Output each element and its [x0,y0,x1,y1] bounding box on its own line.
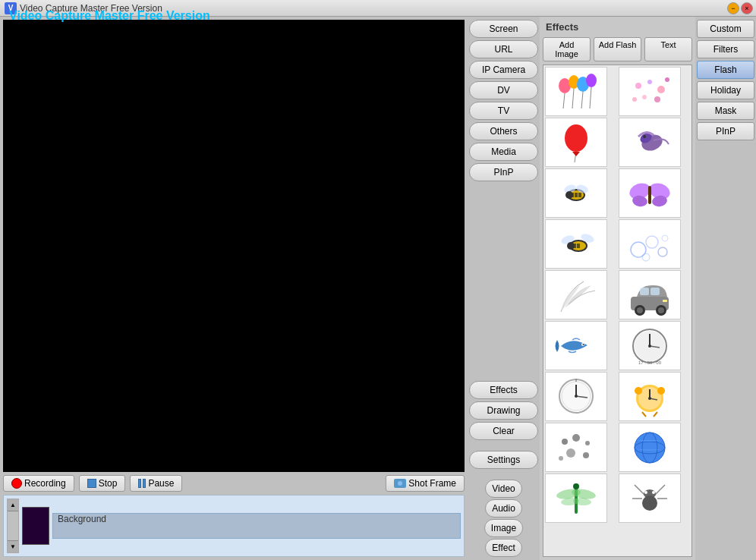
audio-button[interactable]: Audio [485,499,522,518]
effect-cell-butterfly[interactable] [619,168,681,218]
effect-cell-dragonfly[interactable] [545,473,607,523]
mask-button[interactable]: Mask [697,102,754,120]
text-button[interactable]: Text [644,37,692,61]
effect-cell-bubbles[interactable] [619,219,681,269]
svg-point-80 [585,441,590,445]
svg-line-76 [642,412,646,417]
svg-point-13 [632,97,637,102]
effect-cell-globe[interactable] [619,423,681,472]
effect-cell-red-balloon[interactable] [545,118,607,167]
pause-label: Pause [148,478,174,489]
media-button[interactable]: Media [469,143,538,161]
svg-point-20 [643,135,646,138]
flash-button[interactable]: Flash [697,61,754,79]
effect-cell-car[interactable] [619,270,681,319]
svg-point-52 [658,307,664,313]
svg-rect-48 [650,288,660,295]
shot-frame-icon [394,479,406,488]
svg-point-9 [647,80,652,84]
effect-cell-clock-alarm[interactable] [619,372,681,421]
svg-point-74 [635,387,642,395]
effect-cell-balloons[interactable] [545,67,607,116]
svg-point-3 [586,74,597,87]
custom-button[interactable]: Custom [697,20,754,38]
svg-point-42 [646,236,658,248]
right-col: Custom Filters Flash Holiday Mask PInP [695,17,756,560]
tv-button[interactable]: TV [469,102,538,120]
timeline-track: Background [52,513,461,539]
scroll-up-btn[interactable]: ▲ [8,499,18,511]
holiday-button[interactable]: Holiday [697,81,754,99]
video-title: Video Capture Master Free Version [3,3,216,29]
scroll-track [8,511,18,540]
svg-point-73 [648,397,651,400]
svg-point-45 [662,235,668,241]
url-button[interactable]: URL [469,40,538,58]
effect-cell-clock-wall[interactable] [545,372,607,421]
balloons-icon [550,71,603,112]
pinp-button[interactable]: PInP [469,163,538,181]
svg-point-43 [658,247,667,256]
clear-button[interactable]: Clear [469,422,538,440]
svg-point-99 [642,496,657,511]
bee-icon [550,172,603,214]
effect-cell-feathers[interactable] [545,270,607,319]
effect-cell-bird[interactable] [619,118,681,167]
svg-point-40 [567,242,575,250]
scroll-down-btn[interactable]: ▼ [8,540,18,552]
outer-layout: Video Capture Master Free Version Record… [0,17,756,560]
bubbles-icon [623,223,676,265]
timeline-color-swatch [22,507,49,545]
dv-button[interactable]: DV [469,81,538,99]
pinp-side-button[interactable]: PInP [697,122,754,140]
effects-grid-wrapper: 17 : 50 : 00 [543,64,692,557]
others-button[interactable]: Others [469,122,538,140]
bug2-icon [623,477,676,519]
dragonfly-icon [550,477,603,519]
filters-button[interactable]: Filters [697,40,754,58]
bottom-nav: Video Audio Image Effect [469,480,538,557]
stop-button[interactable]: Stop [79,475,126,492]
image-button[interactable]: Image [484,519,523,537]
svg-point-75 [657,387,665,395]
svg-line-6 [581,92,583,109]
screen-button[interactable]: Screen [469,20,538,38]
svg-point-82 [583,452,589,458]
add-image-button[interactable]: Add Image [543,37,591,61]
timeline-scroll-v[interactable]: ▲ ▼ [7,499,19,553]
ip-camera-button[interactable]: IP Camera [469,61,538,79]
settings-button[interactable]: Settings [469,451,538,469]
add-flash-button[interactable]: Add Flash [594,37,641,61]
background-label: Background [53,512,111,526]
shot-frame-button[interactable]: Shot Frame [386,475,465,492]
bee2-icon [550,223,603,265]
effect-cell-clock-round[interactable]: 17 : 50 : 00 [619,321,681,370]
effect-cell-dots[interactable] [545,423,607,472]
pause-bar-1 [138,479,141,488]
effect-cell-sparkles[interactable] [619,67,681,116]
effect-button[interactable]: Effect [485,539,521,557]
svg-text:17 : 50 : 00: 17 : 50 : 00 [638,360,661,365]
svg-line-4 [563,93,565,109]
effects-grid-container[interactable]: 17 : 50 : 00 [543,64,692,557]
video-button[interactable]: Video [485,480,521,498]
close-button[interactable]: × [741,2,753,14]
minimize-button[interactable]: − [727,2,739,14]
svg-line-7 [590,87,591,109]
effect-cell-bug2[interactable] [619,473,681,523]
effect-cell-bee[interactable] [545,168,607,218]
svg-point-60 [648,344,651,348]
effect-cell-fish[interactable] [545,321,607,370]
effects-button[interactable]: Effects [469,381,538,399]
svg-point-100 [644,491,647,494]
drawing-button[interactable]: Drawing [469,401,538,420]
recording-button[interactable]: Recording [3,475,74,492]
clock-alarm-icon [623,376,676,417]
car-icon [623,274,676,316]
pause-button[interactable]: Pause [130,475,182,492]
clock-round-icon: 17 : 50 : 00 [623,325,676,367]
stop-icon [87,479,96,488]
svg-point-28 [565,191,573,199]
video-frame: Video Capture Master Free Version [3,20,465,472]
effect-cell-bee2[interactable] [545,219,607,269]
